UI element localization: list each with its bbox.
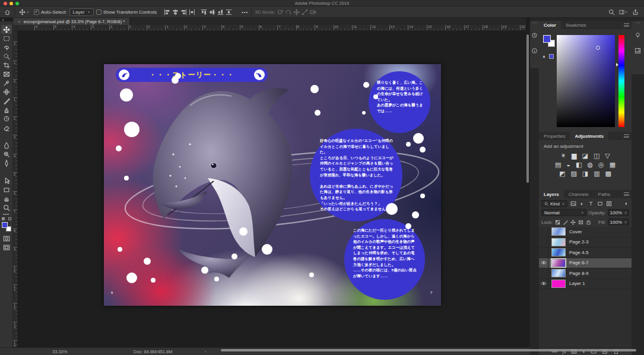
color-lookup-adjustment-icon[interactable]: ▦ xyxy=(610,161,616,168)
workspace-switcher-icon[interactable]: ∨ xyxy=(619,8,627,16)
layer-row-page-4-5[interactable]: Page 4-5 xyxy=(539,248,632,258)
hue-slider-marker[interactable] xyxy=(616,63,618,66)
filter-adjustment-layers-icon[interactable]: ◐ xyxy=(579,201,585,207)
share-icon[interactable] xyxy=(631,8,639,16)
align-top-edges-icon[interactable] xyxy=(201,9,207,15)
panel-menu-icon[interactable] xyxy=(624,134,629,138)
tab-swatches[interactable]: Swatches xyxy=(561,21,591,29)
zoom-level-field[interactable]: 33.33% xyxy=(52,349,67,354)
vertical-scrollbar-thumb[interactable] xyxy=(526,34,529,183)
align-vertical-centers-icon[interactable] xyxy=(209,9,215,15)
align-horizontal-centers-icon[interactable] xyxy=(172,9,179,15)
tab-color[interactable]: Color xyxy=(539,21,561,29)
document-tab[interactable]: × eccopcjpmanual.psd @ 33.3% (Page 6-7, … xyxy=(13,18,130,25)
rectangle-tool[interactable] xyxy=(1,185,12,194)
quick-selection-tool[interactable] xyxy=(1,52,12,61)
tab-channels[interactable]: Channels xyxy=(564,190,594,198)
auto-select-checkbox[interactable]: ✓ xyxy=(34,9,39,15)
brush-tool[interactable] xyxy=(1,96,12,105)
layer-filter-kind-dropdown[interactable]: Kind ∨ xyxy=(541,200,567,207)
clone-stamp-tool[interactable] xyxy=(1,105,12,114)
show-transform-checkbox[interactable] xyxy=(96,9,101,15)
edit-toolbar-icon[interactable]: ••• xyxy=(0,212,12,216)
hue-slider[interactable] xyxy=(618,35,624,127)
home-icon[interactable] xyxy=(3,8,11,16)
posterize-adjustment-icon[interactable]: ▨ xyxy=(570,170,576,177)
3d-slide-icon[interactable] xyxy=(300,8,309,16)
gamut-warning-swatch[interactable] xyxy=(549,54,554,59)
distribute-horizontal-icon[interactable] xyxy=(189,9,195,15)
opacity-field[interactable]: 100% ∨ xyxy=(608,209,630,216)
auto-select-target-dropdown[interactable]: Layer ∨ xyxy=(69,8,94,16)
vertical-scrollbar[interactable] xyxy=(526,31,530,347)
lasso-tool[interactable] xyxy=(1,43,12,52)
healing-brush-tool[interactable] xyxy=(1,87,12,96)
tool-preset-chevron-icon[interactable]: ∨ xyxy=(27,10,29,14)
layer-row-cover[interactable]: Cover xyxy=(539,227,632,237)
crop-tool[interactable] xyxy=(1,61,12,69)
layer-row-page-8-9[interactable]: Page 8-9 xyxy=(539,268,632,279)
tab-close-icon[interactable]: × xyxy=(18,19,21,24)
3d-orbit-icon[interactable] xyxy=(275,8,284,16)
color-picker-ring[interactable] xyxy=(596,46,600,50)
saturation-brightness-field[interactable] xyxy=(557,35,615,127)
screen-mode-button[interactable] xyxy=(1,243,12,252)
rectangular-marquee-tool[interactable] xyxy=(1,34,12,43)
filter-type-layers-icon[interactable]: T xyxy=(588,201,594,207)
layer-row-page-6-7[interactable]: Page 6-7 xyxy=(539,258,632,269)
selective-color-adjustment-icon[interactable]: ▩ xyxy=(605,170,611,177)
foreground-color-swatch[interactable] xyxy=(2,222,8,228)
gradient-tool[interactable] xyxy=(1,132,12,141)
foreground-background-swatches[interactable] xyxy=(2,222,11,232)
filter-smart-objects-icon[interactable] xyxy=(605,201,612,207)
status-options-chevron-icon[interactable]: › xyxy=(205,349,207,354)
distribute-vertical-icon[interactable] xyxy=(226,9,232,15)
levels-adjustment-icon[interactable]: ▆ xyxy=(572,153,576,159)
layer-thumbnail[interactable] xyxy=(551,238,566,246)
layer-visibility-toggle[interactable] xyxy=(539,258,548,268)
canvas-pasteboard[interactable]: ・・・ストーリー・・・ 限りなく蒼く、広い海。この海には、何億という多くの生命が… xyxy=(18,31,526,347)
layer-row-layer-1[interactable]: Layer 1 xyxy=(539,279,632,290)
layer-row-page-2-3[interactable]: Page 2-3 xyxy=(539,237,632,248)
eraser-tool[interactable] xyxy=(1,123,12,132)
color-balance-adjustment-icon[interactable]: ◒ xyxy=(566,161,570,168)
layer-thumbnail[interactable] xyxy=(551,227,566,236)
libraries-panel-icon[interactable] xyxy=(632,45,644,56)
history-brush-tool[interactable] xyxy=(1,114,12,123)
3d-pan-icon[interactable] xyxy=(292,8,300,16)
document-canvas[interactable]: ・・・ストーリー・・・ 限りなく蒼く、広い海。この海には、何億という多くの生命が… xyxy=(104,64,441,306)
foreground-color-swatch[interactable] xyxy=(543,35,551,43)
learn-panel-icon[interactable] xyxy=(632,30,644,40)
panel-menu-icon[interactable] xyxy=(624,192,629,196)
layer-visibility-toggle[interactable] xyxy=(539,278,548,289)
3d-zoom-camera-icon[interactable] xyxy=(309,8,317,16)
layer-thumbnail[interactable] xyxy=(551,248,566,256)
panel-menu-icon[interactable] xyxy=(624,23,629,27)
ruler-origin-corner[interactable] xyxy=(13,25,18,31)
type-tool[interactable] xyxy=(1,167,12,176)
layer-thumbnail[interactable] xyxy=(551,259,566,267)
align-right-edges-icon[interactable] xyxy=(180,9,187,15)
move-tool[interactable] xyxy=(1,25,12,34)
curves-adjustment-icon[interactable]: ◪ xyxy=(582,153,588,159)
lock-all-icon[interactable] xyxy=(585,219,591,226)
invert-adjustment-icon[interactable]: ◩ xyxy=(559,170,565,177)
info-panel-icon[interactable] xyxy=(530,45,539,56)
layer-thumbnail[interactable] xyxy=(551,280,566,288)
blur-tool[interactable] xyxy=(1,141,12,150)
layer-visibility-toggle[interactable] xyxy=(539,248,548,258)
move-tool-preset-icon[interactable] xyxy=(18,8,26,16)
tab-layers[interactable]: Layers xyxy=(539,190,564,198)
tab-paths[interactable]: Paths xyxy=(594,190,615,198)
gamut-warning-icon[interactable]: ▲ xyxy=(542,54,546,58)
hue-saturation-adjustment-icon[interactable]: ▤ xyxy=(555,161,561,168)
3d-roll-icon[interactable] xyxy=(284,8,292,16)
lock-transparent-pixels-icon[interactable] xyxy=(554,219,560,226)
lock-artboard-icon[interactable] xyxy=(578,219,583,226)
threshold-adjustment-icon[interactable]: ◨ xyxy=(582,170,588,177)
align-more-options[interactable]: ••• xyxy=(242,9,248,15)
horizontal-scrollbar-thumb[interactable] xyxy=(221,349,636,351)
dodge-tool[interactable] xyxy=(1,150,12,159)
zoom-tool[interactable] xyxy=(1,203,12,212)
vibrance-adjustment-icon[interactable]: ▽ xyxy=(605,153,610,159)
